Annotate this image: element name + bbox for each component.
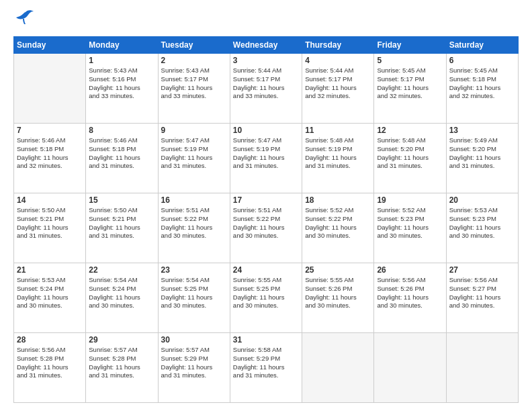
day-number: 1 xyxy=(89,56,154,65)
weekday-header-row: SundayMondayTuesdayWednesdayThursdayFrid… xyxy=(14,37,519,54)
weekday-header-thursday: Thursday xyxy=(302,37,374,54)
day-number: 3 xyxy=(233,56,299,65)
calendar-day xyxy=(14,54,86,124)
day-info: Sunrise: 5:51 AMSunset: 5:22 PMDaylight:… xyxy=(161,206,227,240)
calendar-day: 11Sunrise: 5:48 AMSunset: 5:19 PMDayligh… xyxy=(302,124,374,193)
calendar-day: 7Sunrise: 5:46 AMSunset: 5:18 PMDaylight… xyxy=(14,124,86,193)
day-number: 2 xyxy=(161,56,227,65)
calendar-day: 6Sunrise: 5:45 AMSunset: 5:18 PMDaylight… xyxy=(446,54,518,124)
day-info: Sunrise: 5:50 AMSunset: 5:21 PMDaylight:… xyxy=(89,206,154,240)
day-info: Sunrise: 5:47 AMSunset: 5:19 PMDaylight:… xyxy=(233,136,299,171)
day-number: 25 xyxy=(305,265,371,275)
calendar-week-3: 14Sunrise: 5:50 AMSunset: 5:21 PMDayligh… xyxy=(14,193,519,263)
day-number: 20 xyxy=(449,195,515,205)
day-number: 28 xyxy=(17,335,83,345)
day-info: Sunrise: 5:52 AMSunset: 5:23 PMDaylight:… xyxy=(377,206,443,240)
day-number: 22 xyxy=(89,265,154,275)
day-number: 29 xyxy=(89,335,154,345)
calendar-day: 14Sunrise: 5:50 AMSunset: 5:21 PMDayligh… xyxy=(14,193,86,263)
calendar-day: 29Sunrise: 5:57 AMSunset: 5:28 PMDayligh… xyxy=(86,333,158,403)
calendar-day: 25Sunrise: 5:55 AMSunset: 5:26 PMDayligh… xyxy=(302,263,374,333)
day-number: 18 xyxy=(305,195,371,205)
logo-bird-icon xyxy=(16,9,35,31)
day-number: 16 xyxy=(161,195,227,205)
day-number: 6 xyxy=(449,56,515,65)
day-number: 19 xyxy=(377,195,443,205)
calendar-day: 2Sunrise: 5:43 AMSunset: 5:17 PMDaylight… xyxy=(158,54,230,124)
day-info: Sunrise: 5:46 AMSunset: 5:18 PMDaylight:… xyxy=(17,136,83,171)
day-number: 26 xyxy=(377,265,443,275)
calendar-week-2: 7Sunrise: 5:46 AMSunset: 5:18 PMDaylight… xyxy=(14,124,519,193)
calendar-day: 31Sunrise: 5:58 AMSunset: 5:29 PMDayligh… xyxy=(230,333,302,403)
calendar-day: 3Sunrise: 5:44 AMSunset: 5:17 PMDaylight… xyxy=(230,54,302,124)
day-info: Sunrise: 5:58 AMSunset: 5:29 PMDaylight:… xyxy=(233,346,299,380)
calendar-day: 22Sunrise: 5:54 AMSunset: 5:24 PMDayligh… xyxy=(86,263,158,333)
day-number: 15 xyxy=(89,195,154,205)
calendar-day: 18Sunrise: 5:52 AMSunset: 5:22 PMDayligh… xyxy=(302,193,374,263)
page: SundayMondayTuesdayWednesdayThursdayFrid… xyxy=(0,0,532,411)
calendar-day: 1Sunrise: 5:43 AMSunset: 5:16 PMDaylight… xyxy=(86,54,158,124)
day-info: Sunrise: 5:48 AMSunset: 5:20 PMDaylight:… xyxy=(377,136,443,171)
day-info: Sunrise: 5:55 AMSunset: 5:25 PMDaylight:… xyxy=(233,276,299,310)
day-info: Sunrise: 5:50 AMSunset: 5:21 PMDaylight:… xyxy=(17,206,83,240)
weekday-header-friday: Friday xyxy=(374,37,446,54)
calendar-week-1: 1Sunrise: 5:43 AMSunset: 5:16 PMDaylight… xyxy=(14,54,519,124)
day-number: 5 xyxy=(377,56,443,65)
calendar-day: 21Sunrise: 5:53 AMSunset: 5:24 PMDayligh… xyxy=(14,263,86,333)
day-info: Sunrise: 5:43 AMSunset: 5:17 PMDaylight:… xyxy=(161,66,227,101)
day-info: Sunrise: 5:53 AMSunset: 5:24 PMDaylight:… xyxy=(17,276,83,310)
calendar-day: 9Sunrise: 5:47 AMSunset: 5:19 PMDaylight… xyxy=(158,124,230,193)
day-number: 7 xyxy=(17,126,83,135)
header xyxy=(13,12,519,31)
day-info: Sunrise: 5:57 AMSunset: 5:29 PMDaylight:… xyxy=(161,346,227,380)
calendar-day: 28Sunrise: 5:56 AMSunset: 5:28 PMDayligh… xyxy=(14,333,86,403)
calendar-day xyxy=(374,333,446,403)
calendar-day: 27Sunrise: 5:56 AMSunset: 5:27 PMDayligh… xyxy=(446,263,518,333)
weekday-header-wednesday: Wednesday xyxy=(230,37,302,54)
calendar-day: 23Sunrise: 5:54 AMSunset: 5:25 PMDayligh… xyxy=(158,263,230,333)
day-info: Sunrise: 5:54 AMSunset: 5:24 PMDaylight:… xyxy=(89,276,154,310)
day-number: 30 xyxy=(161,335,227,345)
day-info: Sunrise: 5:57 AMSunset: 5:28 PMDaylight:… xyxy=(89,346,154,380)
calendar-day: 13Sunrise: 5:49 AMSunset: 5:20 PMDayligh… xyxy=(446,124,518,193)
day-number: 4 xyxy=(305,56,371,65)
day-info: Sunrise: 5:48 AMSunset: 5:19 PMDaylight:… xyxy=(305,136,371,171)
day-info: Sunrise: 5:45 AMSunset: 5:18 PMDaylight:… xyxy=(449,66,515,101)
day-info: Sunrise: 5:45 AMSunset: 5:17 PMDaylight:… xyxy=(377,66,443,101)
day-info: Sunrise: 5:54 AMSunset: 5:25 PMDaylight:… xyxy=(161,276,227,310)
calendar-day: 17Sunrise: 5:51 AMSunset: 5:22 PMDayligh… xyxy=(230,193,302,263)
calendar-day: 19Sunrise: 5:52 AMSunset: 5:23 PMDayligh… xyxy=(374,193,446,263)
day-info: Sunrise: 5:55 AMSunset: 5:26 PMDaylight:… xyxy=(305,276,371,310)
day-number: 23 xyxy=(161,265,227,275)
calendar-day: 8Sunrise: 5:46 AMSunset: 5:18 PMDaylight… xyxy=(86,124,158,193)
logo xyxy=(13,12,35,31)
day-number: 13 xyxy=(449,126,515,135)
day-number: 24 xyxy=(233,265,299,275)
day-number: 10 xyxy=(233,126,299,135)
day-number: 21 xyxy=(17,265,83,275)
calendar-week-5: 28Sunrise: 5:56 AMSunset: 5:28 PMDayligh… xyxy=(14,333,519,403)
day-info: Sunrise: 5:49 AMSunset: 5:20 PMDaylight:… xyxy=(449,136,515,171)
calendar-day: 10Sunrise: 5:47 AMSunset: 5:19 PMDayligh… xyxy=(230,124,302,193)
day-info: Sunrise: 5:51 AMSunset: 5:22 PMDaylight:… xyxy=(233,206,299,240)
day-number: 31 xyxy=(233,335,299,345)
calendar-day: 4Sunrise: 5:44 AMSunset: 5:17 PMDaylight… xyxy=(302,54,374,124)
day-number: 8 xyxy=(89,126,154,135)
day-number: 14 xyxy=(17,195,83,205)
day-info: Sunrise: 5:56 AMSunset: 5:26 PMDaylight:… xyxy=(377,276,443,310)
day-info: Sunrise: 5:56 AMSunset: 5:28 PMDaylight:… xyxy=(17,346,83,380)
calendar-day: 26Sunrise: 5:56 AMSunset: 5:26 PMDayligh… xyxy=(374,263,446,333)
weekday-header-tuesday: Tuesday xyxy=(158,37,230,54)
day-number: 17 xyxy=(233,195,299,205)
day-info: Sunrise: 5:47 AMSunset: 5:19 PMDaylight:… xyxy=(161,136,227,171)
day-info: Sunrise: 5:53 AMSunset: 5:23 PMDaylight:… xyxy=(449,206,515,240)
calendar-day: 24Sunrise: 5:55 AMSunset: 5:25 PMDayligh… xyxy=(230,263,302,333)
calendar-day: 16Sunrise: 5:51 AMSunset: 5:22 PMDayligh… xyxy=(158,193,230,263)
day-info: Sunrise: 5:43 AMSunset: 5:16 PMDaylight:… xyxy=(89,66,154,101)
weekday-header-sunday: Sunday xyxy=(14,37,86,54)
day-number: 9 xyxy=(161,126,227,135)
day-number: 27 xyxy=(449,265,515,275)
calendar-day: 15Sunrise: 5:50 AMSunset: 5:21 PMDayligh… xyxy=(86,193,158,263)
weekday-header-monday: Monday xyxy=(86,37,158,54)
calendar-day: 5Sunrise: 5:45 AMSunset: 5:17 PMDaylight… xyxy=(374,54,446,124)
